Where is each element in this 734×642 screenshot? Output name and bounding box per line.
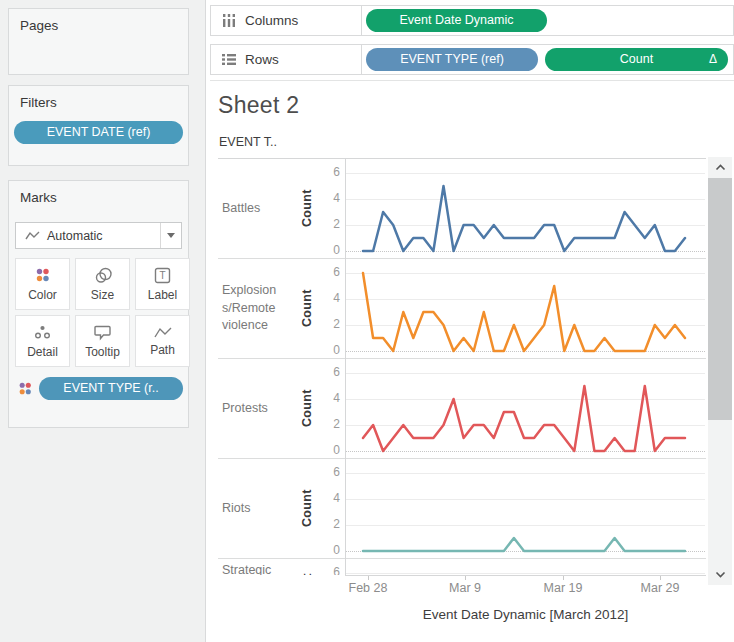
y-tick-label: 2 (314, 417, 340, 431)
y-tick-label: 4 (314, 391, 340, 405)
chart-panel-riots[interactable]: RiotsCount0246 (218, 459, 706, 559)
chart-panels[interactable]: BattlesCount0246Explosions/Remoteviolenc… (218, 158, 706, 575)
y-tick-label: 6 (314, 465, 340, 479)
plot-area[interactable] (345, 459, 705, 559)
size-circles-icon (93, 267, 113, 284)
delta-badge: Δ (709, 48, 717, 71)
rows-shelf-label: Rows (211, 45, 361, 74)
tooltip-button[interactable]: Tooltip (75, 315, 130, 367)
y-tick-label: 0 (314, 343, 340, 357)
detail-button[interactable]: Detail (15, 315, 70, 367)
pages-shelf[interactable]: Pages (8, 8, 189, 75)
pages-label: Pages (9, 9, 188, 37)
x-tickmark (563, 576, 564, 580)
rows-pills-area[interactable]: EVENT TYPE (ref) Count Δ (361, 45, 733, 74)
tooltip-bubble-icon (93, 324, 112, 341)
columns-shelf[interactable]: Columns Event Date Dynamic (210, 5, 734, 36)
label-t-icon: T (154, 267, 171, 284)
scroll-up-button[interactable] (708, 157, 732, 178)
filters-shelf[interactable]: Filters EVENT DATE (ref) (8, 85, 189, 166)
left-panel: Pages Filters EVENT DATE (ref) Marks Aut… (0, 0, 206, 642)
filters-label: Filters (9, 86, 188, 114)
chart-panel-strategic[interactable]: StrategicCount0246 (218, 559, 706, 575)
y-tick-label: 6 (314, 565, 340, 575)
chevron-down-icon (715, 571, 726, 578)
path-line-icon (154, 326, 172, 339)
y-tick-label: 4 (314, 291, 340, 305)
y-tick-label: 4 (314, 191, 340, 205)
plot-area[interactable] (345, 359, 705, 459)
y-tick-label: 6 (314, 365, 340, 379)
vertical-scrollbar[interactable] (708, 157, 732, 585)
x-tick-label: Mar 9 (425, 581, 505, 595)
dropdown-caret-icon[interactable] (160, 223, 181, 248)
y-tick-label: 2 (314, 217, 340, 231)
line-mark[interactable] (345, 359, 705, 459)
sheet-title: Sheet 2 (218, 92, 299, 119)
color-dots-icon (34, 267, 51, 284)
y-tick-label: 6 (314, 265, 340, 279)
path-button[interactable]: Path (135, 315, 190, 367)
columns-shelf-label: Columns (211, 6, 361, 35)
x-axis-title: Event Date Dynamic [March 2012] (345, 607, 706, 622)
marks-label: Marks (9, 181, 188, 209)
x-tickmark (465, 576, 466, 580)
marks-buttons: Color Size T Label (15, 258, 182, 367)
scrollbar-thumb[interactable] (708, 178, 732, 420)
y-tick-label: 0 (314, 443, 340, 457)
line-mark[interactable] (345, 159, 705, 259)
row-label[interactable]: Strategic (222, 559, 296, 575)
detail-dots-icon (34, 324, 51, 341)
color-button[interactable]: Color (15, 258, 70, 310)
filter-pill-event-date[interactable]: EVENT DATE (ref) (14, 121, 183, 144)
row-label[interactable]: Explosions/Remoteviolence (222, 259, 296, 358)
worksheet-divider (210, 80, 734, 81)
x-tickmark (660, 576, 661, 580)
label-button[interactable]: T Label (135, 258, 190, 310)
x-tick-label: Mar 29 (620, 581, 700, 595)
row-label[interactable]: Protests (222, 359, 296, 458)
x-tick-label: Mar 19 (523, 581, 603, 595)
columns-icon (222, 14, 236, 27)
rows-icon (222, 53, 236, 66)
chart-panel-explosions-remote-violence[interactable]: Explosions/RemoteviolenceCount0246 (218, 259, 706, 359)
y-tick-label: 2 (314, 317, 340, 331)
rows-pill-event-type[interactable]: EVENT TYPE (ref) (366, 48, 538, 71)
y-tick-label: 6 (314, 165, 340, 179)
row-label[interactable]: Riots (222, 459, 296, 558)
x-tick-label: Feb 28 (328, 581, 408, 595)
y-axis-line (345, 158, 346, 575)
scroll-down-button[interactable] (708, 564, 732, 585)
y-tick-label: 0 (314, 243, 340, 257)
columns-pills-area[interactable]: Event Date Dynamic (361, 6, 733, 35)
tableau-window: Pages Filters EVENT DATE (ref) Marks Aut… (0, 0, 734, 642)
chart-panel-battles[interactable]: BattlesCount0246 (218, 159, 706, 259)
rows-shelf[interactable]: Rows EVENT TYPE (ref) Count Δ (210, 44, 734, 75)
mark-type-value: Automatic (47, 229, 160, 243)
line-mark[interactable] (345, 259, 705, 359)
rows-pill-count[interactable]: Count Δ (545, 48, 728, 71)
row-label[interactable]: Battles (222, 159, 296, 258)
x-axis-line (345, 575, 706, 576)
size-button[interactable]: Size (75, 258, 130, 310)
color-legend-dots-icon (17, 381, 33, 397)
line-mark-icon (25, 230, 40, 241)
line-mark[interactable] (345, 459, 705, 559)
x-tickmark (368, 576, 369, 580)
chevron-up-icon (715, 164, 726, 171)
plot-area[interactable] (345, 159, 705, 259)
marks-pill-row: EVENT TYPE (r.. (17, 377, 183, 400)
gridline (345, 573, 705, 574)
svg-text:T: T (159, 270, 165, 281)
y-tick-label: 4 (314, 491, 340, 505)
marks-card: Marks Automatic Color (8, 180, 189, 428)
chart-panel-protests[interactable]: ProtestsCount0246 (218, 359, 706, 459)
plot-area[interactable] (345, 559, 705, 575)
plot-area[interactable] (345, 259, 705, 359)
marks-pill-event-type[interactable]: EVENT TYPE (r.. (39, 377, 183, 400)
row-field-header[interactable]: EVENT T.. (219, 135, 277, 149)
mark-type-dropdown[interactable]: Automatic (15, 222, 182, 249)
columns-pill-event-date-dynamic[interactable]: Event Date Dynamic (366, 9, 547, 32)
